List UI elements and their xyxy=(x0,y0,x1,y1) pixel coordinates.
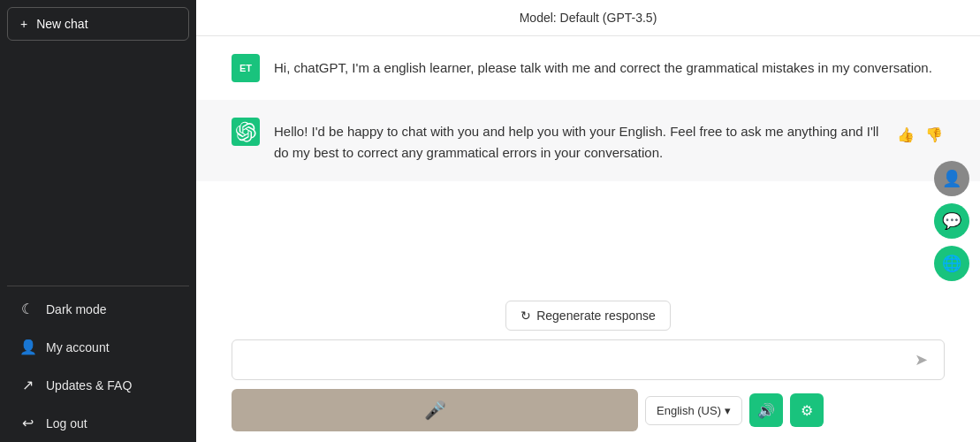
floating-chat-button[interactable]: 💬 xyxy=(934,203,969,239)
settings-button[interactable]: ⚙ xyxy=(790,393,824,427)
globe-icon: 🌐 xyxy=(942,254,961,273)
my-account-label: My account xyxy=(46,340,110,354)
chat-area: ET Hi, chatGPT, I'm a english learner, p… xyxy=(196,36,980,292)
bottom-area: ↻ Regenerate response ➤ 🎤 English (US) ▾… xyxy=(196,292,980,442)
user-message-block: ET Hi, chatGPT, I'm a english learner, p… xyxy=(196,36,980,100)
floating-panel: 👤 💬 🌐 xyxy=(934,161,969,281)
logout-icon: ↩ xyxy=(19,415,35,431)
new-chat-label: New chat xyxy=(36,17,87,31)
send-button[interactable]: ➤ xyxy=(911,350,931,370)
chat-input[interactable] xyxy=(245,349,911,370)
user-avatar-icon: 👤 xyxy=(942,169,961,188)
user-avatar-text: ET xyxy=(239,63,252,73)
input-row: ➤ xyxy=(232,339,945,380)
external-link-icon: ↗ xyxy=(19,377,35,393)
speaker-icon: 🔊 xyxy=(757,402,775,419)
chat-bubble-icon: 💬 xyxy=(942,211,961,231)
sliders-icon: ⚙ xyxy=(801,402,813,419)
model-label: Model: Default (GPT-3.5) xyxy=(520,11,657,25)
new-chat-button[interactable]: + New chat xyxy=(7,7,189,41)
sidebar: + New chat ☾ Dark mode 👤 My account ↗ Up… xyxy=(0,0,196,442)
thumbs-down-button[interactable]: 👎 xyxy=(923,125,945,145)
sidebar-divider xyxy=(7,286,189,286)
sidebar-spacer xyxy=(0,48,196,282)
sidebar-item-my-account[interactable]: 👤 My account xyxy=(5,330,191,364)
assistant-message-text: Hello! I'd be happy to chat with you and… xyxy=(274,118,881,164)
sidebar-item-log-out[interactable]: ↩ Log out xyxy=(5,406,191,440)
chat-input-wrapper: ➤ xyxy=(232,339,945,380)
language-selector[interactable]: English (US) ▾ xyxy=(645,396,742,425)
mic-button[interactable]: 🎤 xyxy=(232,389,638,431)
send-icon: ➤ xyxy=(915,351,928,369)
user-message-text: Hi, chatGPT, I'm a english learner, plea… xyxy=(274,54,945,79)
controls-row: 🎤 English (US) ▾ 🔊 ⚙ xyxy=(232,389,945,431)
floating-user-button[interactable]: 👤 xyxy=(934,161,969,196)
sidebar-item-updates-faq[interactable]: ↗ Updates & FAQ xyxy=(5,368,191,402)
assistant-message-block: Hello! I'd be happy to chat with you and… xyxy=(196,100,980,181)
microphone-icon: 🎤 xyxy=(424,400,446,421)
moon-icon: ☾ xyxy=(19,301,35,317)
model-header: Model: Default (GPT-3.5) xyxy=(196,0,980,36)
language-label: English (US) xyxy=(657,404,721,417)
thumbs-up-button[interactable]: 👍 xyxy=(895,125,916,145)
log-out-label: Log out xyxy=(46,416,87,431)
user-avatar: ET xyxy=(232,54,260,82)
regenerate-label: Regenerate response xyxy=(536,309,656,323)
floating-globe-button[interactable]: 🌐 xyxy=(934,246,969,281)
person-icon: 👤 xyxy=(19,339,35,355)
bot-avatar xyxy=(232,118,260,146)
regenerate-icon: ↻ xyxy=(520,309,531,323)
dark-mode-label: Dark mode xyxy=(46,302,106,316)
regenerate-button[interactable]: ↻ Regenerate response xyxy=(505,301,671,331)
sidebar-item-dark-mode[interactable]: ☾ Dark mode xyxy=(5,292,191,326)
chevron-down-icon: ▾ xyxy=(725,404,731,417)
updates-faq-label: Updates & FAQ xyxy=(46,378,132,392)
openai-logo-icon xyxy=(235,118,256,146)
plus-icon: + xyxy=(20,17,27,31)
volume-button[interactable]: 🔊 xyxy=(749,393,783,427)
message-actions: 👍 👎 xyxy=(895,119,945,145)
main-content: Model: Default (GPT-3.5) ET Hi, chatGPT,… xyxy=(196,0,980,442)
